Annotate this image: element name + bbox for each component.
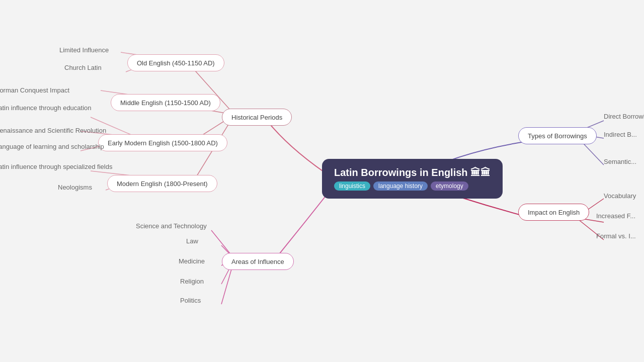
old-english-node[interactable]: Old English (450-1150 AD) bbox=[127, 54, 224, 71]
law-node: Law bbox=[186, 236, 198, 245]
politics-node: Politics bbox=[180, 296, 201, 305]
middle-english-node[interactable]: Middle English (1150-1500 AD) bbox=[111, 94, 220, 111]
science-tech-node: Science and Technology bbox=[136, 221, 207, 230]
types-of-borrowings-node[interactable]: Types of Borrowings bbox=[518, 127, 597, 144]
learning-scholarship-node: Language of learning and scholarship bbox=[0, 142, 104, 151]
center-node: Latin Borrowings in English 🏛🏛 linguisti… bbox=[322, 159, 503, 199]
areas-of-influence-label: Areas of Influence bbox=[231, 258, 284, 265]
historical-periods-label: Historical Periods bbox=[231, 114, 282, 121]
historical-periods-node[interactable]: Historical Periods bbox=[222, 109, 292, 126]
specialized-fields-node: Latin influence through specialized fiel… bbox=[0, 162, 112, 171]
latin-education-node: Latin influence through education bbox=[0, 103, 92, 112]
medicine-node: Medicine bbox=[179, 256, 205, 265]
church-latin-node: Church Latin bbox=[64, 63, 102, 72]
types-of-borrowings-label: Types of Borrowings bbox=[528, 132, 587, 140]
neologisms-node: Neologisms bbox=[58, 183, 92, 192]
norman-conquest-node: Norman Conquest Impact bbox=[0, 85, 69, 95]
indirect-node: Indirect B... bbox=[604, 130, 637, 139]
tag-linguistics: linguistics bbox=[334, 182, 370, 191]
tag-etymology: etymology bbox=[431, 182, 468, 191]
areas-of-influence-node[interactable]: Areas of Influence bbox=[222, 253, 294, 270]
religion-node: Religion bbox=[180, 277, 204, 286]
direct-borrowings-node: Direct Borrowings bbox=[604, 112, 644, 121]
center-title: Latin Borrowings in English 🏛🏛 bbox=[334, 167, 491, 178]
semantic-node: Semantic... bbox=[604, 157, 636, 166]
limited-influence-node: Limited Influence bbox=[59, 45, 109, 54]
impact-on-english-node[interactable]: Impact on English bbox=[518, 204, 589, 221]
impact-on-english-label: Impact on English bbox=[528, 209, 580, 216]
modern-english-node[interactable]: Modern English (1800-Present) bbox=[107, 175, 217, 192]
renaissance-node: Renaissance and Scientific Revolution bbox=[0, 126, 106, 135]
formal-vs-node: Formal vs. I... bbox=[596, 231, 636, 240]
early-modern-english-node[interactable]: Early Modern English (1500-1800 AD) bbox=[98, 134, 227, 151]
tag-language-history: language history bbox=[373, 182, 428, 191]
increased-node: Increased F... bbox=[596, 211, 635, 220]
vocabulary-node: Vocabulary bbox=[604, 191, 636, 200]
